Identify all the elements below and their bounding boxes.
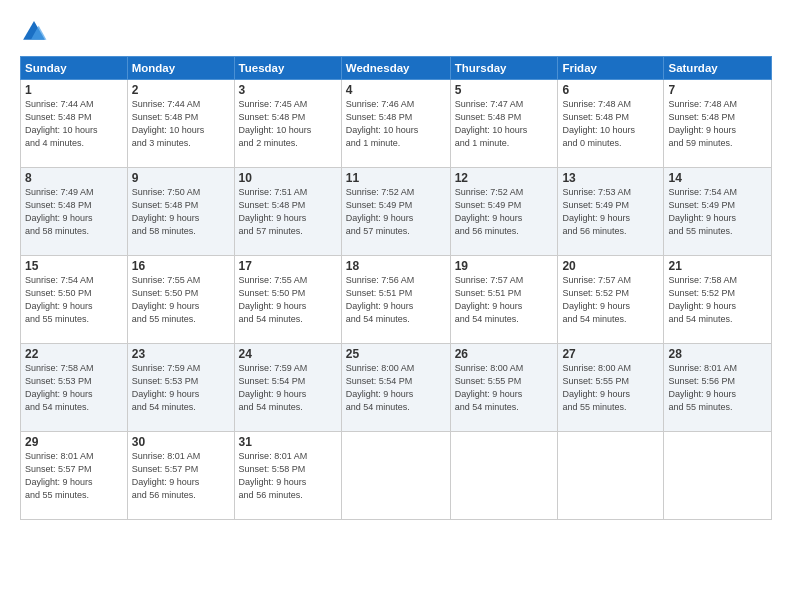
calendar-cell: 13Sunrise: 7:53 AM Sunset: 5:49 PM Dayli… bbox=[558, 168, 664, 256]
day-info: Sunrise: 8:00 AM Sunset: 5:54 PM Dayligh… bbox=[346, 362, 446, 414]
day-number: 24 bbox=[239, 347, 337, 361]
day-info: Sunrise: 7:59 AM Sunset: 5:54 PM Dayligh… bbox=[239, 362, 337, 414]
logo bbox=[20, 18, 52, 46]
calendar-cell: 29Sunrise: 8:01 AM Sunset: 5:57 PM Dayli… bbox=[21, 432, 128, 520]
calendar-cell: 31Sunrise: 8:01 AM Sunset: 5:58 PM Dayli… bbox=[234, 432, 341, 520]
calendar-col-header: Monday bbox=[127, 57, 234, 80]
day-info: Sunrise: 7:45 AM Sunset: 5:48 PM Dayligh… bbox=[239, 98, 337, 150]
day-number: 31 bbox=[239, 435, 337, 449]
day-info: Sunrise: 8:01 AM Sunset: 5:58 PM Dayligh… bbox=[239, 450, 337, 502]
day-number: 25 bbox=[346, 347, 446, 361]
day-info: Sunrise: 7:54 AM Sunset: 5:50 PM Dayligh… bbox=[25, 274, 123, 326]
calendar-cell: 22Sunrise: 7:58 AM Sunset: 5:53 PM Dayli… bbox=[21, 344, 128, 432]
day-info: Sunrise: 7:56 AM Sunset: 5:51 PM Dayligh… bbox=[346, 274, 446, 326]
calendar-col-header: Sunday bbox=[21, 57, 128, 80]
day-number: 1 bbox=[25, 83, 123, 97]
day-info: Sunrise: 7:57 AM Sunset: 5:51 PM Dayligh… bbox=[455, 274, 554, 326]
day-info: Sunrise: 7:44 AM Sunset: 5:48 PM Dayligh… bbox=[25, 98, 123, 150]
calendar-cell: 20Sunrise: 7:57 AM Sunset: 5:52 PM Dayli… bbox=[558, 256, 664, 344]
calendar-cell: 11Sunrise: 7:52 AM Sunset: 5:49 PM Dayli… bbox=[341, 168, 450, 256]
day-number: 27 bbox=[562, 347, 659, 361]
day-info: Sunrise: 7:48 AM Sunset: 5:48 PM Dayligh… bbox=[562, 98, 659, 150]
day-info: Sunrise: 7:47 AM Sunset: 5:48 PM Dayligh… bbox=[455, 98, 554, 150]
calendar-cell: 12Sunrise: 7:52 AM Sunset: 5:49 PM Dayli… bbox=[450, 168, 558, 256]
calendar-week-row: 15Sunrise: 7:54 AM Sunset: 5:50 PM Dayli… bbox=[21, 256, 772, 344]
day-info: Sunrise: 8:00 AM Sunset: 5:55 PM Dayligh… bbox=[562, 362, 659, 414]
day-number: 5 bbox=[455, 83, 554, 97]
calendar-table: SundayMondayTuesdayWednesdayThursdayFrid… bbox=[20, 56, 772, 520]
day-number: 17 bbox=[239, 259, 337, 273]
calendar-cell: 18Sunrise: 7:56 AM Sunset: 5:51 PM Dayli… bbox=[341, 256, 450, 344]
calendar-cell: 10Sunrise: 7:51 AM Sunset: 5:48 PM Dayli… bbox=[234, 168, 341, 256]
day-number: 8 bbox=[25, 171, 123, 185]
calendar-cell: 5Sunrise: 7:47 AM Sunset: 5:48 PM Daylig… bbox=[450, 80, 558, 168]
calendar-cell bbox=[341, 432, 450, 520]
calendar-cell: 21Sunrise: 7:58 AM Sunset: 5:52 PM Dayli… bbox=[664, 256, 772, 344]
calendar-cell: 25Sunrise: 8:00 AM Sunset: 5:54 PM Dayli… bbox=[341, 344, 450, 432]
calendar-col-header: Thursday bbox=[450, 57, 558, 80]
day-number: 22 bbox=[25, 347, 123, 361]
calendar-cell: 16Sunrise: 7:55 AM Sunset: 5:50 PM Dayli… bbox=[127, 256, 234, 344]
page: SundayMondayTuesdayWednesdayThursdayFrid… bbox=[0, 0, 792, 612]
day-number: 11 bbox=[346, 171, 446, 185]
calendar-cell: 26Sunrise: 8:00 AM Sunset: 5:55 PM Dayli… bbox=[450, 344, 558, 432]
calendar-cell: 2Sunrise: 7:44 AM Sunset: 5:48 PM Daylig… bbox=[127, 80, 234, 168]
day-number: 18 bbox=[346, 259, 446, 273]
calendar-cell bbox=[450, 432, 558, 520]
day-info: Sunrise: 8:00 AM Sunset: 5:55 PM Dayligh… bbox=[455, 362, 554, 414]
calendar-cell: 30Sunrise: 8:01 AM Sunset: 5:57 PM Dayli… bbox=[127, 432, 234, 520]
day-info: Sunrise: 7:49 AM Sunset: 5:48 PM Dayligh… bbox=[25, 186, 123, 238]
day-info: Sunrise: 7:58 AM Sunset: 5:53 PM Dayligh… bbox=[25, 362, 123, 414]
day-info: Sunrise: 7:53 AM Sunset: 5:49 PM Dayligh… bbox=[562, 186, 659, 238]
calendar-cell: 28Sunrise: 8:01 AM Sunset: 5:56 PM Dayli… bbox=[664, 344, 772, 432]
day-number: 30 bbox=[132, 435, 230, 449]
day-number: 7 bbox=[668, 83, 767, 97]
day-info: Sunrise: 7:50 AM Sunset: 5:48 PM Dayligh… bbox=[132, 186, 230, 238]
calendar-cell: 15Sunrise: 7:54 AM Sunset: 5:50 PM Dayli… bbox=[21, 256, 128, 344]
calendar-col-header: Tuesday bbox=[234, 57, 341, 80]
day-number: 9 bbox=[132, 171, 230, 185]
day-info: Sunrise: 7:57 AM Sunset: 5:52 PM Dayligh… bbox=[562, 274, 659, 326]
day-info: Sunrise: 7:51 AM Sunset: 5:48 PM Dayligh… bbox=[239, 186, 337, 238]
calendar-cell: 3Sunrise: 7:45 AM Sunset: 5:48 PM Daylig… bbox=[234, 80, 341, 168]
day-info: Sunrise: 7:44 AM Sunset: 5:48 PM Dayligh… bbox=[132, 98, 230, 150]
day-info: Sunrise: 8:01 AM Sunset: 5:57 PM Dayligh… bbox=[25, 450, 123, 502]
calendar-cell: 19Sunrise: 7:57 AM Sunset: 5:51 PM Dayli… bbox=[450, 256, 558, 344]
calendar-week-row: 29Sunrise: 8:01 AM Sunset: 5:57 PM Dayli… bbox=[21, 432, 772, 520]
calendar-col-header: Wednesday bbox=[341, 57, 450, 80]
calendar-cell: 9Sunrise: 7:50 AM Sunset: 5:48 PM Daylig… bbox=[127, 168, 234, 256]
day-info: Sunrise: 7:48 AM Sunset: 5:48 PM Dayligh… bbox=[668, 98, 767, 150]
calendar-col-header: Friday bbox=[558, 57, 664, 80]
calendar-week-row: 22Sunrise: 7:58 AM Sunset: 5:53 PM Dayli… bbox=[21, 344, 772, 432]
calendar-week-row: 8Sunrise: 7:49 AM Sunset: 5:48 PM Daylig… bbox=[21, 168, 772, 256]
calendar-cell: 23Sunrise: 7:59 AM Sunset: 5:53 PM Dayli… bbox=[127, 344, 234, 432]
calendar-cell: 7Sunrise: 7:48 AM Sunset: 5:48 PM Daylig… bbox=[664, 80, 772, 168]
day-info: Sunrise: 7:58 AM Sunset: 5:52 PM Dayligh… bbox=[668, 274, 767, 326]
calendar-col-header: Saturday bbox=[664, 57, 772, 80]
day-info: Sunrise: 7:52 AM Sunset: 5:49 PM Dayligh… bbox=[346, 186, 446, 238]
day-info: Sunrise: 7:52 AM Sunset: 5:49 PM Dayligh… bbox=[455, 186, 554, 238]
day-info: Sunrise: 7:46 AM Sunset: 5:48 PM Dayligh… bbox=[346, 98, 446, 150]
day-number: 19 bbox=[455, 259, 554, 273]
day-number: 16 bbox=[132, 259, 230, 273]
day-info: Sunrise: 7:55 AM Sunset: 5:50 PM Dayligh… bbox=[239, 274, 337, 326]
day-number: 10 bbox=[239, 171, 337, 185]
calendar-cell: 24Sunrise: 7:59 AM Sunset: 5:54 PM Dayli… bbox=[234, 344, 341, 432]
calendar-cell bbox=[664, 432, 772, 520]
header bbox=[20, 18, 772, 46]
day-number: 6 bbox=[562, 83, 659, 97]
logo-icon bbox=[20, 18, 48, 46]
day-info: Sunrise: 7:54 AM Sunset: 5:49 PM Dayligh… bbox=[668, 186, 767, 238]
day-info: Sunrise: 7:55 AM Sunset: 5:50 PM Dayligh… bbox=[132, 274, 230, 326]
day-number: 3 bbox=[239, 83, 337, 97]
calendar-cell bbox=[558, 432, 664, 520]
calendar-cell: 6Sunrise: 7:48 AM Sunset: 5:48 PM Daylig… bbox=[558, 80, 664, 168]
day-number: 29 bbox=[25, 435, 123, 449]
day-number: 23 bbox=[132, 347, 230, 361]
day-number: 15 bbox=[25, 259, 123, 273]
calendar-cell: 27Sunrise: 8:00 AM Sunset: 5:55 PM Dayli… bbox=[558, 344, 664, 432]
calendar-week-row: 1Sunrise: 7:44 AM Sunset: 5:48 PM Daylig… bbox=[21, 80, 772, 168]
day-number: 14 bbox=[668, 171, 767, 185]
day-number: 28 bbox=[668, 347, 767, 361]
day-info: Sunrise: 7:59 AM Sunset: 5:53 PM Dayligh… bbox=[132, 362, 230, 414]
